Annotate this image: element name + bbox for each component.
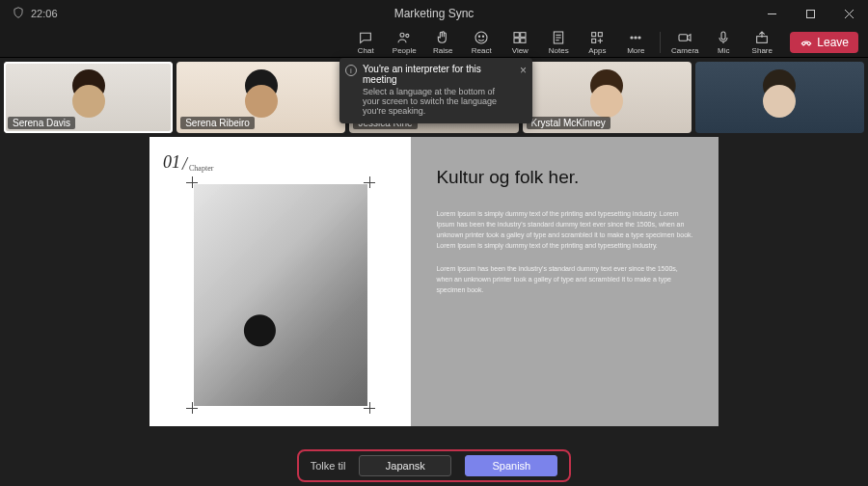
leave-button[interactable]: Leave [790, 32, 858, 53]
svg-rect-17 [592, 32, 596, 36]
interpreter-bar: Tolke til Japansk Spanish [0, 446, 868, 486]
svg-rect-1 [806, 10, 814, 17]
svg-point-22 [638, 36, 640, 38]
camera-icon [677, 30, 692, 45]
slide-image [194, 184, 367, 406]
svg-point-21 [635, 36, 637, 38]
apps-button[interactable]: Apps [579, 30, 615, 55]
raise-label: Raise [433, 46, 452, 55]
people-icon [396, 30, 412, 45]
participant-tile[interactable]: Serena Ribeiro [176, 62, 345, 133]
window-maximize[interactable] [791, 0, 829, 27]
people-label: People [393, 46, 417, 55]
react-button[interactable]: React [463, 30, 500, 55]
svg-rect-24 [721, 32, 725, 40]
mic-button[interactable]: Mic [705, 30, 742, 55]
presentation-slide: 01 / Chapter Kultur og folk her. Lorem I… [149, 137, 719, 426]
interpret-to-label: Tolke til [311, 460, 346, 472]
react-icon [474, 30, 489, 45]
chapter-marker: 01 / Chapter [163, 152, 397, 173]
more-icon [628, 30, 643, 45]
chat-icon [358, 30, 373, 45]
camera-button[interactable]: Camera [666, 30, 703, 55]
react-label: React [472, 46, 492, 55]
view-label: View [512, 46, 529, 55]
raise-button[interactable]: Raise [424, 30, 461, 55]
svg-rect-9 [514, 32, 519, 37]
shield-icon [12, 6, 25, 21]
svg-rect-12 [521, 38, 526, 42]
view-icon [512, 30, 528, 45]
more-label: More [627, 46, 644, 55]
svg-rect-11 [514, 38, 519, 42]
svg-rect-10 [521, 32, 526, 37]
svg-point-6 [475, 32, 487, 43]
slide-paragraph: Lorem Ipsum is simply dummy text of the … [436, 208, 693, 252]
notification-body: Select a language at the bottom of your … [363, 87, 511, 116]
svg-point-7 [479, 36, 480, 37]
chat-label: Chat [358, 46, 374, 55]
more-button[interactable]: More [617, 30, 654, 55]
apps-icon [589, 30, 605, 45]
chapter-number: 01 [163, 152, 180, 173]
svg-rect-19 [592, 39, 596, 42]
view-button[interactable]: View [502, 30, 538, 55]
camera-label: Camera [671, 46, 698, 55]
participant-tile[interactable]: Serena Davis [4, 62, 173, 133]
svg-rect-23 [679, 34, 688, 40]
svg-point-8 [483, 36, 484, 37]
svg-rect-18 [599, 32, 603, 36]
share-label: Share [752, 46, 773, 55]
window-close[interactable] [829, 0, 868, 27]
share-button[interactable]: Share [744, 30, 780, 55]
mic-icon [716, 30, 731, 45]
participant-tile[interactable]: Krystal McKinney [523, 62, 692, 133]
chat-button[interactable]: Chat [347, 30, 384, 55]
svg-point-4 [400, 33, 404, 37]
meeting-clock: 22:06 [31, 8, 58, 19]
slide-paragraph: Lorem Ipsum has been the industry's stan… [436, 263, 693, 296]
svg-point-20 [631, 36, 633, 38]
svg-point-5 [406, 34, 409, 37]
notification-title: You're an interpreter for this meeting [363, 64, 511, 85]
notes-label: Notes [549, 46, 569, 55]
participant-name: Serena Davis [8, 117, 75, 129]
people-button[interactable]: People [386, 30, 422, 55]
notes-button[interactable]: Notes [540, 30, 577, 55]
raise-hand-icon [435, 30, 450, 45]
close-icon[interactable]: × [520, 64, 527, 77]
leave-label: Leave [817, 36, 849, 49]
participant-name: Serena Ribeiro [180, 117, 255, 129]
chapter-label: Chapter [189, 164, 213, 173]
slide-heading: Kultur og folk her. [436, 166, 693, 189]
interpreter-notification: i × You're an interpreter for this meeti… [339, 58, 532, 123]
language-option-spanish[interactable]: Spanish [465, 455, 557, 476]
mic-label: Mic [718, 46, 729, 55]
shared-content: 01 / Chapter Kultur og folk her. Lorem I… [0, 137, 868, 446]
participant-tile[interactable] [695, 62, 864, 133]
apps-label: Apps [588, 46, 606, 55]
window-title: Marketing Sync [394, 7, 475, 20]
language-option-japansk[interactable]: Japansk [359, 455, 451, 476]
interpreter-highlight: Tolke til Japansk Spanish [297, 449, 572, 482]
info-icon: i [345, 65, 357, 76]
meeting-toolbar: Chat People Raise React View Notes Apps … [0, 27, 868, 58]
share-icon [754, 30, 770, 45]
participant-name: Krystal McKinney [527, 117, 610, 129]
notes-icon [551, 30, 566, 45]
window-minimize[interactable] [752, 0, 791, 27]
